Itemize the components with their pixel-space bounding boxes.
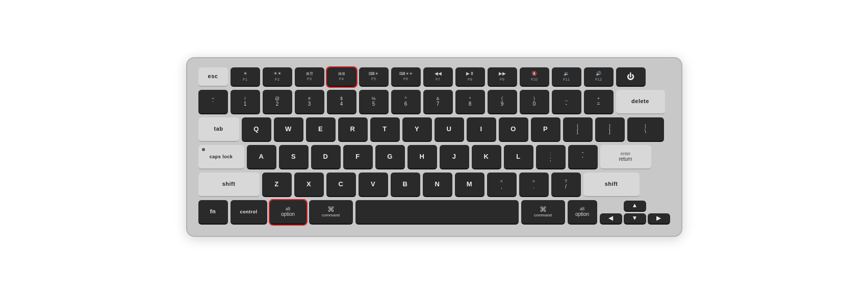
key-rbracket[interactable]: } ] [595,117,625,142]
key-period[interactable]: > . [519,173,549,197]
key-f7[interactable]: ◀◀ F7 [423,67,453,87]
key-f12[interactable]: 🔊 F12 [584,67,614,87]
key-tab[interactable]: tab [198,117,239,142]
key-semicolon[interactable]: : ; [536,145,566,169]
key-minus[interactable]: _ - [552,90,581,114]
asdf-row: caps lock A S D F G H J K L : ; " ' ente… [198,145,670,169]
key-fn[interactable]: fn [198,200,228,225]
key-f8[interactable]: ▶⏸ F8 [455,67,485,87]
key-space[interactable] [355,200,519,225]
key-u[interactable]: U [435,117,464,142]
key-power[interactable]: ⏻ [616,67,646,87]
key-f3[interactable]: ⊞☰ F3 [295,67,324,87]
key-q[interactable]: Q [242,117,271,142]
key-f4[interactable]: ⊞⊞ F4 [327,67,356,87]
key-x[interactable]: X [294,173,324,197]
key-z[interactable]: Z [262,173,292,197]
arrow-key-group: ▲ ◀ ▼ ▶ [600,201,670,225]
key-arrow-down[interactable]: ▼ [624,213,646,225]
key-v[interactable]: V [359,173,388,197]
key-control[interactable]: control [231,200,267,225]
key-lbracket[interactable]: { [ [563,117,593,142]
key-backslash[interactable]: | \ [627,117,664,142]
key-comma[interactable]: < , [487,173,517,197]
key-f10[interactable]: 🔇 F10 [520,67,549,87]
key-f5[interactable]: ⌨☀ F5 [359,67,389,87]
key-7[interactable]: & 7 [423,90,453,114]
key-arrow-right[interactable]: ▶ [648,213,670,225]
key-k[interactable]: K [472,145,501,169]
key-0[interactable]: ) 0 [520,90,549,114]
keyboard: esc ☀ F1 ☀☀ F2 ⊞☰ F3 ⊞⊞ F4 ⌨☀ F5 ⌨☀☀ F6 … [186,57,682,237]
key-arrow-up[interactable]: ▲ [624,201,646,212]
key-3[interactable]: # 3 [295,90,324,114]
key-delete[interactable]: delete [616,90,665,114]
key-f9[interactable]: ▶▶ F9 [488,67,517,87]
key-tilde[interactable]: ~ ` [198,90,228,114]
zxcv-row: shift Z X C V B N M < , > . ? / shift [198,173,670,197]
fn-row: esc ☀ F1 ☀☀ F2 ⊞☰ F3 ⊞⊞ F4 ⌨☀ F5 ⌨☀☀ F6 … [198,67,670,87]
key-w[interactable]: W [274,117,303,142]
key-t[interactable]: T [370,117,400,142]
key-equals[interactable]: + = [584,90,614,114]
key-capslock[interactable]: caps lock [198,145,244,169]
key-shift-left[interactable]: shift [198,173,260,197]
key-f2[interactable]: ☀☀ F2 [263,67,292,87]
key-command-right[interactable]: ⌘ command [521,200,565,225]
key-command-left[interactable]: ⌘ command [309,200,353,225]
key-r[interactable]: R [338,117,368,142]
key-4[interactable]: $ 4 [327,90,356,114]
number-row: ~ ` ! 1 @ 2 # 3 $ 4 % 5 ^ 6 & 7 [198,90,670,114]
key-m[interactable]: M [455,173,484,197]
key-esc[interactable]: esc [198,67,228,87]
key-e[interactable]: E [306,117,336,142]
key-1[interactable]: ! 1 [231,90,260,114]
key-shift-right[interactable]: shift [583,173,640,197]
key-quote[interactable]: " ' [568,145,598,169]
key-f6[interactable]: ⌨☀☀ F6 [391,67,421,87]
key-g[interactable]: G [375,145,405,169]
key-9[interactable]: ( 9 [488,90,517,114]
key-f1[interactable]: ☀ F1 [231,67,260,87]
key-option-right[interactable]: alt option [568,200,597,225]
key-o[interactable]: O [499,117,528,142]
key-a[interactable]: A [247,145,276,169]
key-s[interactable]: S [279,145,309,169]
key-arrow-left[interactable]: ◀ [600,213,622,225]
key-5[interactable]: % 5 [359,90,389,114]
bottom-row: fn control alt option ⌘ command ⌘ comman… [198,200,670,225]
key-c[interactable]: C [326,173,356,197]
qwerty-row: tab Q W E R T Y U I O P { [ } ] | \ [198,117,670,142]
key-slash[interactable]: ? / [551,173,581,197]
key-y[interactable]: Y [402,117,432,142]
key-l[interactable]: L [504,145,533,169]
key-p[interactable]: P [531,117,560,142]
key-h[interactable]: H [407,145,437,169]
key-i[interactable]: I [467,117,496,142]
key-b[interactable]: B [391,173,420,197]
key-n[interactable]: N [423,173,452,197]
key-option-left[interactable]: alt option [270,200,307,225]
key-6[interactable]: ^ 6 [391,90,421,114]
key-8[interactable]: * 8 [455,90,485,114]
key-2[interactable]: @ 2 [263,90,292,114]
key-f[interactable]: F [343,145,373,169]
key-j[interactable]: J [440,145,469,169]
key-d[interactable]: D [311,145,341,169]
key-enter[interactable]: enter return [600,145,651,169]
key-f11[interactable]: 🔉 F11 [552,67,581,87]
